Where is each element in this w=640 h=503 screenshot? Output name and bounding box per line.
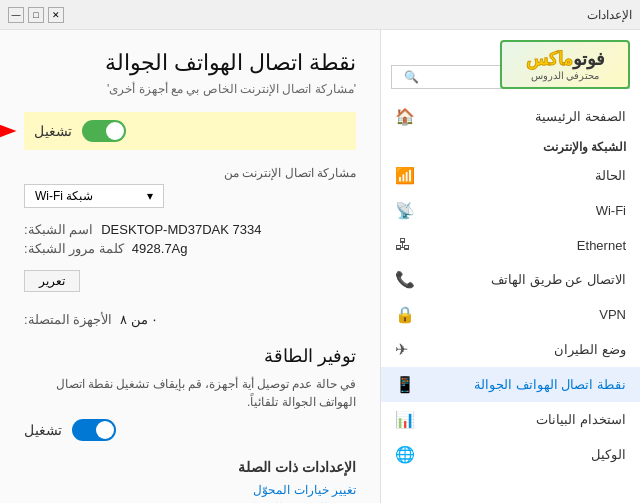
titlebar-controls[interactable]: — □ ✕ — [8, 7, 64, 23]
status-icon: 📶 — [395, 166, 415, 185]
airplane-icon: ✈ — [395, 340, 408, 359]
edit-button[interactable]: تعرير — [24, 270, 80, 292]
main-toggle-label: تشغيل — [34, 123, 72, 139]
dial-icon: 📞 — [395, 270, 415, 289]
logo-sub: محترفي الدروس — [510, 70, 620, 81]
share-dropdown-value: شبكة Wi-Fi — [35, 189, 93, 203]
sidebar-item-data[interactable]: استخدام البيانات 📊 — [381, 402, 640, 437]
titlebar-title: الإعدادات — [587, 8, 632, 22]
sidebar-item-hotspot[interactable]: نقطة اتصال الهواتف الجوالة 📱 — [381, 367, 640, 402]
page-subtitle: 'مشاركة اتصال الإنترنت الخاص بي مع أجهزة… — [24, 82, 356, 96]
devices-label: الأجهزة المتصلة: — [24, 312, 112, 327]
proxy-icon: 🌐 — [395, 445, 415, 464]
power-toggle-label: تشغيل — [24, 422, 62, 438]
share-dropdown-arrow: ▾ — [147, 189, 153, 203]
wifi-icon: 📡 — [395, 201, 415, 220]
logo-text-2: ماكس — [526, 49, 573, 69]
sidebar-item-proxy[interactable]: الوكيل 🌐 — [381, 437, 640, 472]
devices-value: ٠ من ٨ — [120, 312, 158, 327]
network-name-row: DESKTOP-MD37DAK 7334 اسم الشبكة: — [24, 222, 356, 237]
sidebar-item-ethernet[interactable]: Ethernet 🖧 — [381, 228, 640, 262]
ethernet-icon: 🖧 — [395, 236, 411, 254]
red-arrow — [0, 121, 19, 141]
power-section-desc: في حالة عدم توصيل أية أجهزة، قم بإيقاف ت… — [24, 375, 356, 411]
sidebar-item-status[interactable]: الحالة 📶 — [381, 158, 640, 193]
network-name-key: اسم الشبكة: — [24, 222, 93, 237]
content-area: نقطة اتصال الهواتف الجوالة 'مشاركة اتصال… — [0, 30, 380, 503]
hotspot-icon: 📱 — [395, 375, 415, 394]
sidebar-item-home[interactable]: الصفحة الرئيسية 🏠 — [381, 99, 640, 134]
sidebar-item-vpn[interactable]: VPN 🔒 — [381, 297, 640, 332]
logo-main: فوتوماكس — [510, 48, 620, 70]
sidebar-section-title: الشبكة والإنترنت — [381, 134, 640, 158]
main-toggle-switch[interactable] — [82, 120, 126, 142]
password-row: 4928.7Ag كلمة مرور الشبكة: — [24, 241, 356, 256]
vpn-icon: 🔒 — [395, 305, 415, 324]
close-button[interactable]: ✕ — [48, 7, 64, 23]
network-info: DESKTOP-MD37DAK 7334 اسم الشبكة: 4928.7A… — [24, 222, 356, 256]
sidebar-item-dial[interactable]: الاتصال عن طريق الهاتف 📞 — [381, 262, 640, 297]
network-name-value: DESKTOP-MD37DAK 7334 — [101, 222, 261, 237]
main-container: الإعدادات 🔍 الصفحة الرئيسية 🏠 الشبكة وال… — [0, 30, 640, 503]
page-title: نقطة اتصال الهواتف الجوالة — [24, 50, 356, 76]
related-heading: الإعدادات ذات الصلة — [24, 459, 356, 475]
sidebar-item-airplane[interactable]: وضع الطيران ✈ — [381, 332, 640, 367]
related-link-adapter[interactable]: تغيير خيارات المحوّل — [24, 483, 356, 497]
power-toggle-row: تشغيل — [24, 419, 356, 441]
main-toggle-row: تشغيل — [24, 112, 356, 150]
password-value: 4928.7Ag — [132, 241, 188, 256]
share-dropdown[interactable]: ▾ شبكة Wi-Fi — [24, 184, 164, 208]
maximize-button[interactable]: □ — [28, 7, 44, 23]
power-section-heading: توفير الطاقة — [24, 345, 356, 367]
power-toggle-switch[interactable] — [72, 419, 116, 441]
home-icon: 🏠 — [395, 107, 415, 126]
password-key: كلمة مرور الشبكة: — [24, 241, 124, 256]
share-label: مشاركة اتصال الإنترنت من — [24, 166, 356, 180]
logo-text-1: فوتو — [573, 49, 605, 69]
titlebar: الإعدادات — □ ✕ — [0, 0, 640, 30]
dropdown-row: ▾ شبكة Wi-Fi — [24, 184, 356, 208]
sidebar-item-wifi[interactable]: Wi-Fi 📡 — [381, 193, 640, 228]
data-icon: 📊 — [395, 410, 415, 429]
sidebar: الإعدادات 🔍 الصفحة الرئيسية 🏠 الشبكة وال… — [380, 30, 640, 503]
minimize-button[interactable]: — — [8, 7, 24, 23]
search-icon: 🔍 — [404, 70, 419, 84]
devices-row: ٠ من ٨ الأجهزة المتصلة: — [24, 312, 356, 327]
logo-overlay: فوتوماكس محترفي الدروس — [500, 40, 630, 89]
